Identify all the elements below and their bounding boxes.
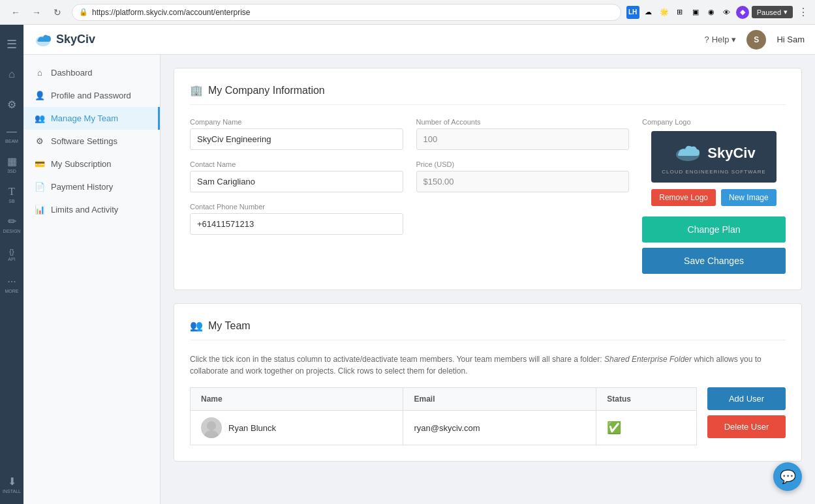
user-name: Hi Sam	[777, 35, 805, 44]
team-table-area: Name Email Status	[190, 387, 697, 445]
sb-label: SB	[8, 199, 14, 203]
sidebar-icon-sb[interactable]: T SB	[0, 180, 23, 209]
refresh-button[interactable]: ↻	[48, 3, 67, 22]
member-name-cell: Ryan Blunck	[191, 411, 403, 445]
cloud-extension: ☁	[642, 6, 655, 19]
manage-team-icon: 👥	[34, 113, 46, 123]
api-icon: {}	[9, 248, 14, 256]
team-table: Name Email Status	[190, 387, 697, 445]
sidebar-item-payment-label: Payment History	[51, 182, 113, 192]
logo-actions: Remove Logo New Image	[651, 189, 776, 206]
sidebar-item-profile[interactable]: 👤 Profile and Password	[23, 84, 160, 107]
star-extension: 🌟	[658, 6, 671, 19]
phone-input[interactable]	[190, 213, 403, 235]
building-icon: 🏢	[190, 84, 203, 96]
nav-sidebar: ⌂ Dashboard 👤 Profile and Password 👥 Man…	[23, 55, 161, 504]
member-status-cell[interactable]: ✅	[596, 411, 697, 445]
team-description: Click the tick icon in the status column…	[190, 353, 786, 377]
sidebar-item-profile-label: Profile and Password	[51, 91, 131, 100]
svg-point-3	[207, 421, 216, 430]
company-name-input[interactable]	[190, 128, 403, 150]
brand-logo-icon	[34, 31, 52, 49]
browser-menu-button[interactable]: ⋮	[798, 6, 808, 18]
api-label: API	[8, 257, 15, 261]
design-label: DESIGN	[3, 229, 21, 233]
home-icon: ⌂	[8, 68, 15, 80]
logo-text-container: SkyCiv	[672, 139, 755, 168]
more-label: MORE	[5, 289, 19, 293]
remove-logo-button[interactable]: Remove Logo	[651, 189, 716, 206]
help-label: Help	[712, 35, 730, 44]
delete-user-button[interactable]: Delete User	[707, 415, 786, 438]
chat-bubble-button[interactable]: 💬	[773, 462, 802, 491]
company-name-label: Company Name	[190, 118, 403, 126]
hex-extension: ◆	[736, 6, 749, 19]
sidebar-icon-settings[interactable]: ⚙	[0, 90, 23, 119]
more-icon: ···	[7, 276, 16, 288]
member-name: Ryan Blunck	[228, 423, 276, 433]
grid-extension: ⊞	[673, 6, 686, 19]
logo-cloud-icon	[672, 139, 703, 168]
shared-folder-name: Shared Enterprise Folder	[604, 355, 692, 364]
logo-company-name-text: SkyCiv	[707, 145, 755, 162]
sidebar-icon-beam[interactable]: — BEAM	[0, 120, 23, 149]
sidebar-item-dashboard-label: Dashboard	[51, 68, 93, 78]
brand: SkyCiv	[34, 31, 95, 49]
member-email-cell: ryan@skyciv.com	[403, 411, 596, 445]
svg-point-2	[204, 430, 219, 438]
sidebar-icon-3sd[interactable]: ▦ 3SD	[0, 150, 23, 179]
sidebar-item-dashboard[interactable]: ⌂ Dashboard	[23, 61, 160, 84]
sidebar-icon-more[interactable]: ··· MORE	[0, 270, 23, 299]
subscription-icon: 💳	[34, 159, 46, 169]
sidebar-item-software-settings[interactable]: ⚙ Software Settings	[23, 130, 160, 153]
help-chevron-icon: ▾	[731, 35, 736, 44]
sidebar-item-software-settings-label: Software Settings	[51, 136, 117, 146]
paused-label: Paused	[757, 8, 781, 16]
help-button[interactable]: ? Help ▾	[704, 35, 736, 44]
eye-extension: 👁	[720, 6, 733, 19]
company-logo-label: Company Logo	[642, 118, 691, 126]
brand-name: SkyCiv	[56, 33, 95, 46]
hamburger-icon: ☰	[7, 37, 17, 52]
sidebar-icon-home[interactable]: ⌂	[0, 60, 23, 89]
sidebar-item-limits-activity[interactable]: 📊 Limits and Activity	[23, 198, 160, 221]
sidebar-icon-design[interactable]: ✏ DESIGN	[0, 210, 23, 239]
3sd-label: 3SD	[7, 169, 16, 173]
back-button[interactable]: ←	[7, 3, 25, 22]
sidebar-icon-api[interactable]: {} API	[0, 240, 23, 269]
address-bar[interactable]: 🔒 https://platform.skyciv.com/account/en…	[72, 4, 621, 21]
table-row[interactable]: Ryan Blunck ryan@skyciv.com ✅	[191, 411, 697, 445]
placeholder-group	[416, 203, 630, 235]
sidebar-item-my-subscription[interactable]: 💳 My Subscription	[23, 153, 160, 175]
save-changes-button[interactable]: Save Changes	[642, 248, 786, 274]
logo-tagline: CLOUD ENGINEERING SOFTWARE	[662, 169, 766, 175]
contact-name-input[interactable]	[190, 171, 403, 192]
beam-label: BEAM	[5, 139, 18, 143]
col-name: Name	[191, 388, 403, 411]
paused-button[interactable]: Paused ▾	[752, 6, 793, 18]
3sd-icon: ▦	[7, 155, 17, 168]
user-cell: Ryan Blunck	[201, 417, 392, 438]
phone-group: Contact Phone Number	[190, 203, 403, 235]
team-actions: Add User Delete User	[707, 387, 786, 445]
change-plan-button[interactable]: Change Plan	[642, 216, 786, 243]
main-content: 🏢 My Company Information Company Name Nu…	[161, 55, 815, 504]
sidebar-item-subscription-label: My Subscription	[51, 159, 111, 169]
new-image-button[interactable]: New Image	[721, 189, 777, 206]
circle-extension: ◉	[705, 6, 718, 19]
sidebar-icon-install[interactable]: ⬇ INSTALL	[0, 470, 23, 499]
num-accounts-label: Number of Accounts	[416, 118, 630, 126]
help-icon: ?	[704, 35, 709, 44]
sidebar-item-payment-history[interactable]: 📄 Payment History	[23, 175, 160, 198]
limits-icon: 📊	[34, 205, 46, 215]
sidebar-item-manage-team-label: Manage My Team	[51, 113, 118, 123]
menu-toggle[interactable]: ☰	[0, 30, 23, 59]
company-info-title: 🏢 My Company Information	[190, 84, 786, 105]
avatar: S	[746, 30, 766, 50]
forward-button[interactable]: →	[27, 3, 46, 22]
sidebar-item-manage-team[interactable]: 👥 Manage My Team	[23, 107, 160, 130]
add-user-button[interactable]: Add User	[707, 387, 786, 410]
payment-icon: 📄	[34, 182, 46, 192]
browser-chrome: ← → ↻ 🔒 https://platform.skyciv.com/acco…	[0, 0, 815, 25]
status-active-icon[interactable]: ✅	[607, 421, 621, 434]
